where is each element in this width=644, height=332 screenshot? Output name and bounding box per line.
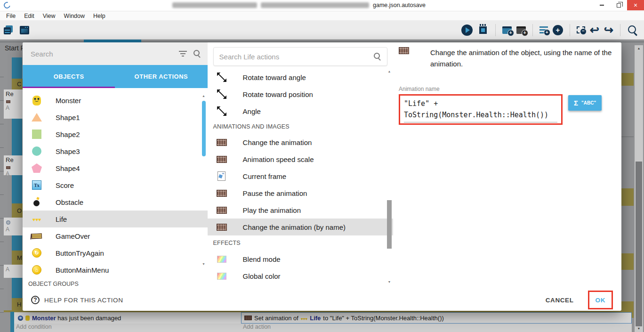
menu-edit[interactable]: Edit bbox=[20, 13, 39, 19]
film-icon bbox=[217, 190, 227, 197]
action-section-header: EFFECTS bbox=[208, 235, 393, 251]
action-label: Rotate toward position bbox=[243, 90, 313, 98]
search-icon[interactable] bbox=[374, 53, 381, 60]
search-icon[interactable] bbox=[193, 50, 201, 57]
action-label: Change the animation bbox=[243, 138, 312, 146]
object-item-monster[interactable]: Monster bbox=[23, 92, 208, 109]
play-icon[interactable] bbox=[461, 24, 473, 36]
object-label: Obstacle bbox=[56, 198, 83, 206]
scroll-down-arrow-icon[interactable]: ▼ bbox=[201, 262, 207, 266]
scroll-up-arrow-icon[interactable]: ▲ bbox=[201, 94, 207, 97]
close-button[interactable]: × bbox=[627, 0, 644, 10]
filter-icon[interactable] bbox=[179, 50, 187, 57]
action-section-header: ANIMATIONS AND IMAGES bbox=[208, 120, 393, 134]
add-circle-icon[interactable] bbox=[553, 25, 563, 35]
minimize-button[interactable] bbox=[593, 0, 610, 10]
action-label: Current frame bbox=[243, 172, 287, 180]
scrollbar-thumb[interactable] bbox=[387, 200, 392, 249]
action-list-scrollbar[interactable]: ▲ ▼ bbox=[386, 70, 392, 283]
action-list: Rotate toward angleRotate toward positio… bbox=[208, 69, 393, 289]
object-item-score[interactable]: Score bbox=[23, 177, 208, 194]
blurred-title-segment bbox=[261, 2, 369, 8]
action-item-change-the-animation[interactable]: Change the animation bbox=[208, 134, 393, 151]
object-item-shape1[interactable]: Shape1 bbox=[23, 109, 208, 126]
tab-other-actions[interactable]: OTHER ACTIONS bbox=[115, 65, 207, 88]
frame-icon bbox=[217, 171, 225, 181]
text-icon bbox=[32, 180, 41, 190]
action-label: Play the animation bbox=[243, 206, 301, 214]
menu-file[interactable]: File bbox=[2, 13, 20, 19]
action-label: Change the animation (by name) bbox=[243, 223, 346, 231]
object-item-shape3[interactable]: Shape3 bbox=[23, 143, 208, 160]
hearts-icon bbox=[32, 215, 41, 223]
project-manager-icon[interactable] bbox=[4, 25, 13, 35]
search-tool-icon[interactable] bbox=[627, 24, 638, 36]
menu-help[interactable]: Help bbox=[89, 13, 110, 19]
undo-icon[interactable] bbox=[590, 24, 599, 36]
object-label: Shape2 bbox=[56, 130, 80, 138]
dialog-footer: ? HELP FOR THIS ACTION CANCEL OK bbox=[23, 289, 621, 311]
banner-icon bbox=[32, 233, 42, 239]
object-item-life[interactable]: Life bbox=[23, 211, 208, 227]
blurred-title-segment bbox=[172, 2, 257, 8]
action-label: Animation speed scale bbox=[243, 155, 314, 163]
action-item-change-the-animation-by-name[interactable]: Change the animation (by name) bbox=[208, 219, 393, 235]
start-page-icon[interactable] bbox=[20, 26, 29, 34]
expression-line-1: "Life" + bbox=[404, 98, 557, 109]
action-item-angle[interactable]: Angle bbox=[208, 103, 393, 120]
object-item-buttontryagain[interactable]: ButtonTryAgain bbox=[23, 244, 208, 261]
home-button-icon bbox=[32, 265, 41, 275]
object-item-buttonmainmenu[interactable]: ButtonMainMenu bbox=[23, 261, 208, 278]
action-item-animation-speed-scale[interactable]: Animation speed scale bbox=[208, 151, 393, 168]
tab-objects[interactable]: OBJECTS bbox=[23, 65, 115, 88]
restore-button[interactable] bbox=[610, 0, 627, 10]
minimize-icon bbox=[600, 5, 604, 6]
action-item-global-color[interactable]: Global color bbox=[208, 267, 393, 284]
menu-window[interactable]: Window bbox=[60, 13, 89, 19]
scroll-up-arrow-icon[interactable]: ▲ bbox=[386, 70, 392, 73]
scrollbar-thumb[interactable] bbox=[202, 101, 206, 156]
delete-event-icon[interactable] bbox=[577, 26, 585, 33]
redo-icon[interactable] bbox=[604, 24, 613, 36]
object-item-shape2[interactable]: Shape2 bbox=[23, 126, 208, 143]
add-comment-icon[interactable] bbox=[516, 26, 526, 34]
ok-annotation-box: OK bbox=[588, 291, 613, 309]
object-selector-panel: OBJECTSOTHER ACTIONS MonsterShape1Shape2… bbox=[23, 42, 208, 289]
sigma-icon: Σ bbox=[574, 99, 578, 107]
toolbar-separator bbox=[532, 24, 533, 36]
action-item-play-the-animation[interactable]: Play the animation bbox=[208, 202, 393, 219]
circle-icon bbox=[32, 146, 41, 156]
action-label: Angle bbox=[243, 107, 261, 115]
menu-view[interactable]: View bbox=[39, 13, 60, 19]
animation-name-input[interactable]: "Life" + ToString(Monster.Health::Health… bbox=[399, 94, 563, 125]
animation-name-label: Animation name bbox=[399, 86, 615, 92]
add-event-icon[interactable] bbox=[502, 26, 512, 34]
toolbar bbox=[0, 21, 644, 40]
restore-icon bbox=[617, 3, 621, 8]
rotate-icon bbox=[217, 73, 226, 82]
toolbar-separator bbox=[570, 24, 570, 36]
object-item-obstacle[interactable]: Obstacle bbox=[23, 194, 208, 211]
ok-button[interactable]: OK bbox=[596, 297, 605, 304]
action-item-rotate-toward-position[interactable]: Rotate toward position bbox=[208, 86, 393, 103]
action-item-rotate-toward-angle[interactable]: Rotate toward angle bbox=[208, 69, 393, 86]
add-subevent-icon[interactable] bbox=[539, 26, 548, 33]
object-list-scrollbar[interactable]: ▲ ▼ bbox=[201, 94, 207, 266]
expression-editor-button[interactable]: Σ "ABC" bbox=[568, 95, 602, 111]
action-label: Rotate toward angle bbox=[243, 73, 306, 81]
action-item-pause-the-animation[interactable]: Pause the animation bbox=[208, 185, 393, 202]
scroll-down-arrow-icon[interactable]: ▼ bbox=[386, 280, 392, 283]
action-item-blend-mode[interactable]: Blend mode bbox=[208, 251, 393, 267]
rotate-icon bbox=[217, 106, 226, 116]
object-item-shape4[interactable]: Shape4 bbox=[23, 160, 208, 177]
help-button[interactable]: ? HELP FOR THIS ACTION bbox=[31, 296, 123, 304]
object-tabs: OBJECTSOTHER ACTIONS bbox=[23, 65, 208, 88]
object-search-input[interactable] bbox=[31, 50, 172, 58]
debug-icon[interactable] bbox=[479, 26, 487, 34]
action-item-current-frame[interactable]: Current frame bbox=[208, 168, 393, 185]
action-search-input[interactable] bbox=[219, 53, 369, 61]
window-title: game.json.autosave bbox=[172, 2, 426, 8]
object-label: Shape3 bbox=[56, 147, 80, 155]
cancel-button[interactable]: CANCEL bbox=[543, 293, 577, 308]
object-item-gameover[interactable]: GameOver bbox=[23, 227, 208, 244]
